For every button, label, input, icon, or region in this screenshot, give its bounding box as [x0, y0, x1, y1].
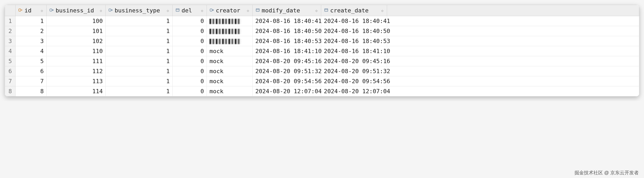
cell-creator[interactable]	[207, 36, 253, 46]
cell-create_date[interactable]: 2024-08-20 09:54:56	[321, 76, 387, 86]
cell-create_date[interactable]: 2024-08-20 12:07:04	[321, 86, 387, 96]
cell-create_date[interactable]: 2024-08-16 18:41:10	[321, 46, 387, 56]
cell-business_type[interactable]: 1	[106, 26, 173, 36]
sort-icon[interactable]: ◇	[200, 9, 204, 12]
cell-creator[interactable]	[207, 26, 253, 36]
svg-point-2	[52, 10, 53, 11]
cell-modify_date[interactable]: 2024-08-20 09:51:32	[253, 66, 321, 76]
cell-business_type[interactable]: 1	[106, 36, 173, 46]
cell-business_type[interactable]: 1	[106, 46, 173, 56]
column-label: id	[25, 7, 38, 14]
column-header-create_date[interactable]: create_date◇	[321, 5, 387, 16]
sort-icon[interactable]: ◇	[40, 9, 44, 12]
cell-id[interactable]: 1	[16, 16, 47, 26]
table-row[interactable]: 22101102024-08-16 18:40:502024-08-16 18:…	[5, 26, 639, 36]
cell-business_id[interactable]: 111	[47, 56, 106, 66]
cell-del[interactable]: 0	[173, 66, 207, 76]
cell-del[interactable]: 0	[173, 56, 207, 66]
cell-del[interactable]: 0	[173, 86, 207, 96]
cell-creator[interactable]: mock	[207, 56, 253, 66]
column-header-business_type[interactable]: business_type◇	[106, 5, 173, 16]
cell-modify_date[interactable]: 2024-08-20 09:54:56	[253, 76, 321, 86]
table-row[interactable]: 11100102024-08-16 18:40:412024-08-16 18:…	[5, 16, 639, 26]
cell-del[interactable]: 0	[173, 16, 207, 26]
cell-business_id[interactable]: 112	[47, 66, 106, 76]
cell-modify_date[interactable]: 2024-08-20 12:07:04	[253, 86, 321, 96]
cell-business_id[interactable]: 101	[47, 26, 106, 36]
column-type-icon	[324, 7, 329, 14]
cell-creator[interactable]: mock	[207, 76, 253, 86]
svg-rect-9	[256, 9, 259, 12]
cell-create_date[interactable]: 2024-08-16 18:40:50	[321, 26, 387, 36]
redacted-value	[209, 39, 241, 44]
row-number: 5	[5, 56, 16, 66]
cell-id[interactable]: 6	[16, 66, 47, 76]
cell-create_date[interactable]: 2024-08-16 18:40:41	[321, 16, 387, 26]
table-row[interactable]: 7711310mock2024-08-20 09:54:562024-08-20…	[5, 76, 639, 86]
cell-del[interactable]: 0	[173, 36, 207, 46]
cell-business_type[interactable]: 1	[106, 66, 173, 76]
cell-modify_date[interactable]: 2024-08-16 18:41:10	[253, 46, 321, 56]
svg-point-4	[111, 10, 113, 11]
cell-id[interactable]: 7	[16, 76, 47, 86]
column-header-modify_date[interactable]: modify_date◇	[253, 5, 321, 16]
cell-id[interactable]: 5	[16, 56, 47, 66]
sort-icon[interactable]: ◇	[315, 9, 318, 12]
cell-del[interactable]: 0	[173, 76, 207, 86]
cell-id[interactable]: 3	[16, 36, 47, 46]
cell-id[interactable]: 4	[16, 46, 47, 56]
sort-icon[interactable]: ◇	[380, 9, 384, 12]
table-row[interactable]: 5511110mock2024-08-20 09:45:162024-08-20…	[5, 56, 639, 66]
redacted-value	[209, 29, 241, 34]
cell-create_date[interactable]: 2024-08-20 09:45:16	[321, 56, 387, 66]
table-row[interactable]: 33102102024-08-16 18:40:532024-08-16 18:…	[5, 36, 639, 46]
cell-business_id[interactable]: 114	[47, 86, 106, 96]
sort-icon[interactable]: ◇	[246, 9, 250, 12]
column-label: create_date	[330, 7, 379, 14]
cell-creator[interactable]	[207, 16, 253, 26]
svg-rect-11	[325, 9, 328, 12]
cell-del[interactable]: 0	[173, 26, 207, 36]
column-header-business_id[interactable]: business_id◇	[47, 5, 106, 16]
svg-rect-3	[109, 9, 111, 11]
cell-modify_date[interactable]: 2024-08-16 18:40:41	[253, 16, 321, 26]
sort-icon[interactable]: ◇	[99, 9, 103, 12]
cell-business_type[interactable]: 1	[106, 16, 173, 26]
table-row[interactable]: 8811410mock2024-08-20 12:07:042024-08-20…	[5, 86, 639, 96]
sort-icon[interactable]: ◇	[166, 9, 170, 12]
cell-create_date[interactable]: 2024-08-20 09:51:32	[321, 66, 387, 76]
results-table: id◇business_id◇business_type◇del◇creator…	[5, 5, 639, 96]
column-label: business_type	[115, 7, 164, 14]
table-row[interactable]: 6611210mock2024-08-20 09:51:322024-08-20…	[5, 66, 639, 76]
cell-business_id[interactable]: 100	[47, 16, 106, 26]
cell-business_type[interactable]: 1	[106, 76, 173, 86]
svg-rect-7	[210, 9, 212, 11]
column-label: del	[182, 7, 199, 14]
cell-id[interactable]: 8	[16, 86, 47, 96]
cell-creator[interactable]: mock	[207, 66, 253, 76]
column-type-icon	[175, 7, 180, 14]
cell-id[interactable]: 2	[16, 26, 47, 36]
cell-business_id[interactable]: 110	[47, 46, 106, 56]
column-header-id[interactable]: id◇	[16, 5, 47, 16]
cell-business_type[interactable]: 1	[106, 86, 173, 96]
svg-rect-0	[19, 9, 21, 11]
table-row[interactable]: 4411010mock2024-08-16 18:41:102024-08-16…	[5, 46, 639, 56]
svg-rect-1	[50, 9, 52, 11]
cell-modify_date[interactable]: 2024-08-20 09:45:16	[253, 56, 321, 66]
column-header-creator[interactable]: creator◇	[207, 5, 253, 16]
cell-del[interactable]: 0	[173, 46, 207, 56]
column-header-del[interactable]: del◇	[173, 5, 207, 16]
column-label: creator	[216, 7, 245, 14]
column-type-icon	[255, 7, 260, 14]
cell-creator[interactable]: mock	[207, 86, 253, 96]
cell-creator[interactable]: mock	[207, 46, 253, 56]
cell-modify_date[interactable]: 2024-08-16 18:40:53	[253, 36, 321, 46]
cell-create_date[interactable]: 2024-08-16 18:40:53	[321, 36, 387, 46]
cell-modify_date[interactable]: 2024-08-16 18:40:50	[253, 26, 321, 36]
row-number: 8	[5, 86, 16, 96]
cell-business_type[interactable]: 1	[106, 56, 173, 66]
cell-business_id[interactable]: 102	[47, 36, 106, 46]
table-body: 11100102024-08-16 18:40:412024-08-16 18:…	[5, 16, 639, 96]
cell-business_id[interactable]: 113	[47, 76, 106, 86]
